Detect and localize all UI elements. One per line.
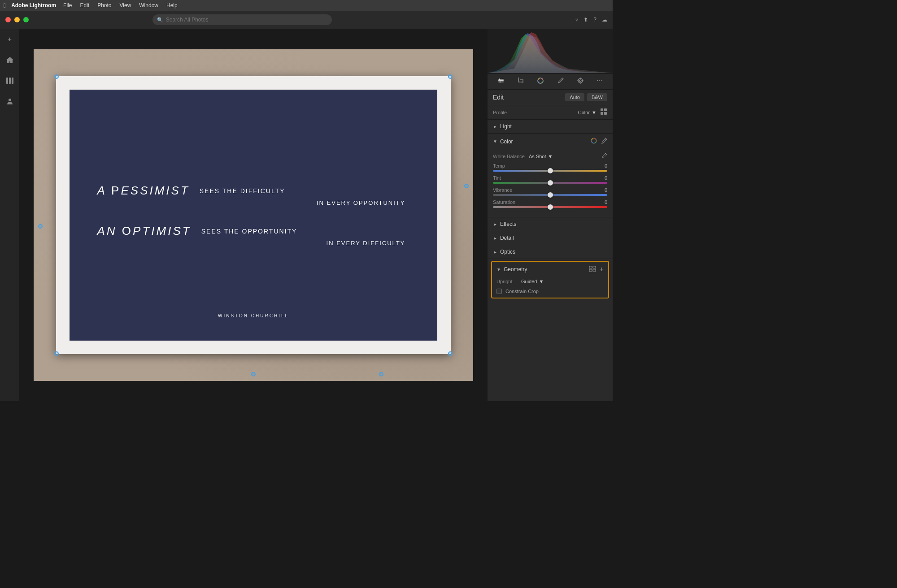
brush-panel-icon[interactable] xyxy=(555,76,566,86)
filter-icon[interactable]: ▿ xyxy=(575,17,578,23)
upright-select[interactable]: Guided ▼ xyxy=(521,279,544,284)
crop-handle-bottomleft[interactable] xyxy=(54,351,59,356)
eyedropper-icon[interactable] xyxy=(601,138,607,145)
crop-handle-midleft[interactable] xyxy=(38,224,43,229)
light-section: ► Light xyxy=(488,120,613,134)
menu-help[interactable]: Help xyxy=(163,2,181,9)
profile-label: Profile xyxy=(493,110,507,115)
sidebar-add-icon[interactable]: + xyxy=(4,33,16,46)
sidebar-people-icon[interactable] xyxy=(4,95,16,108)
vibrance-thumb[interactable] xyxy=(548,192,553,198)
menu-file[interactable]: File xyxy=(60,2,75,9)
attribution-text: Winston Churchill xyxy=(218,313,289,318)
profile-chevron-icon: ▼ xyxy=(592,110,597,115)
svg-rect-24 xyxy=(589,266,592,268)
profile-value[interactable]: Color ▼ xyxy=(578,110,597,115)
detail-section-title: Detail xyxy=(500,235,607,241)
geometry-section-header[interactable]: ▼ Geometry + xyxy=(492,262,608,277)
sidebar-library-icon[interactable] xyxy=(4,74,16,87)
close-button[interactable] xyxy=(5,17,11,22)
optics-section-header[interactable]: ► Optics xyxy=(488,245,613,259)
photo-area: A Pessimist Sees the Difficulty in Every… xyxy=(20,29,487,401)
temp-slider-row: Temp 0 xyxy=(493,163,607,172)
menu-edit[interactable]: Edit xyxy=(76,2,93,9)
temp-label: Temp xyxy=(493,163,505,169)
menu-view[interactable]: View xyxy=(116,2,135,9)
bw-button[interactable]: B&W xyxy=(587,93,607,101)
geometry-add-icon[interactable]: + xyxy=(600,265,604,273)
detail-section-header[interactable]: ► Detail xyxy=(488,231,613,245)
svg-point-3 xyxy=(9,99,11,101)
search-icon: 🔍 xyxy=(157,17,163,23)
svg-point-13 xyxy=(579,80,581,82)
temp-value: 0 xyxy=(605,163,607,169)
tint-slider[interactable] xyxy=(493,182,607,184)
color-section: ▼ Color xyxy=(488,134,613,217)
svg-rect-27 xyxy=(593,269,596,272)
app-name: Adobe Lightroom xyxy=(11,2,56,9)
crop-handle-topleft[interactable] xyxy=(54,74,59,79)
photo-container: A Pessimist Sees the Difficulty in Every… xyxy=(34,49,473,381)
crop-handle-midright[interactable] xyxy=(464,184,469,188)
fullscreen-button[interactable] xyxy=(23,17,29,22)
menu-window[interactable]: Window xyxy=(135,2,162,9)
optics-chevron-icon: ► xyxy=(493,250,497,255)
effects-section-header[interactable]: ► Effects xyxy=(488,217,613,231)
menu-photo[interactable]: Photo xyxy=(94,2,115,9)
svg-rect-18 xyxy=(601,108,603,111)
wb-chevron-icon: ▼ xyxy=(548,154,553,159)
minimize-button[interactable] xyxy=(14,17,20,22)
svg-rect-19 xyxy=(604,108,607,111)
sidebar-home-icon[interactable] xyxy=(4,54,16,66)
crop-panel-icon[interactable] xyxy=(515,76,526,86)
tint-label: Tint xyxy=(493,175,501,181)
svg-rect-20 xyxy=(601,112,603,115)
search-bar[interactable]: 🔍 xyxy=(152,14,332,25)
svg-rect-0 xyxy=(6,78,8,84)
share-icon[interactable]: ⬆ xyxy=(583,17,588,23)
wb-eyedropper-icon[interactable] xyxy=(602,153,607,160)
vibrance-label: Vibrance xyxy=(493,187,512,193)
constrain-crop-label: Constrain Crop xyxy=(505,289,539,294)
color-section-header[interactable]: ▼ Color xyxy=(488,134,613,149)
vibrance-value: 0 xyxy=(605,187,607,193)
crop-handle-bottommid[interactable] xyxy=(251,372,256,376)
geometry-section-title: Geometry xyxy=(504,266,589,272)
target-panel-icon[interactable] xyxy=(575,76,586,86)
geometry-align-icon[interactable] xyxy=(589,266,596,273)
svg-point-7 xyxy=(499,78,501,80)
saturation-thumb[interactable] xyxy=(548,204,553,210)
crop-handle-bottom2[interactable] xyxy=(379,372,383,376)
constrain-crop-checkbox[interactable] xyxy=(496,289,502,294)
crop-handle-topright[interactable] xyxy=(448,74,453,79)
wb-select[interactable]: As Shot ▼ xyxy=(529,154,553,159)
auto-button[interactable]: Auto xyxy=(565,93,584,101)
help-icon[interactable]: ? xyxy=(593,17,597,23)
light-chevron-icon: ► xyxy=(493,124,497,129)
cloud-icon[interactable]: ☁ xyxy=(602,17,607,23)
vibrance-slider[interactable] xyxy=(493,194,607,196)
detail-section: ► Detail xyxy=(488,231,613,245)
temp-slider[interactable] xyxy=(493,170,607,172)
edit-panel-icon[interactable] xyxy=(496,76,506,86)
color-panel-icon[interactable] xyxy=(535,76,546,86)
svg-rect-26 xyxy=(589,269,592,272)
upright-label: Upright xyxy=(496,279,521,284)
color-section-content: White Balance As Shot ▼ xyxy=(488,149,613,217)
detail-chevron-icon: ► xyxy=(493,236,497,241)
temp-thumb[interactable] xyxy=(548,168,553,173)
pessimist-line: A Pessimist Sees the Difficulty in Every… xyxy=(97,184,410,215)
more-panel-icon[interactable]: ⋯ xyxy=(595,76,605,86)
wb-label: White Balance xyxy=(493,154,529,159)
tint-thumb[interactable] xyxy=(548,180,553,186)
svg-rect-2 xyxy=(12,78,13,84)
profile-grid-icon[interactable] xyxy=(600,108,607,117)
saturation-slider[interactable] xyxy=(493,206,607,208)
search-input[interactable] xyxy=(166,17,327,23)
crop-handle-bottomright[interactable] xyxy=(448,351,453,356)
photo-background: A Pessimist Sees the Difficulty in Every… xyxy=(34,49,473,381)
light-section-header[interactable]: ► Light xyxy=(488,120,613,133)
saturation-slider-row: Saturation 0 xyxy=(493,199,607,208)
upright-chevron-icon: ▼ xyxy=(539,279,544,284)
color-chevron-icon: ▼ xyxy=(493,139,497,144)
